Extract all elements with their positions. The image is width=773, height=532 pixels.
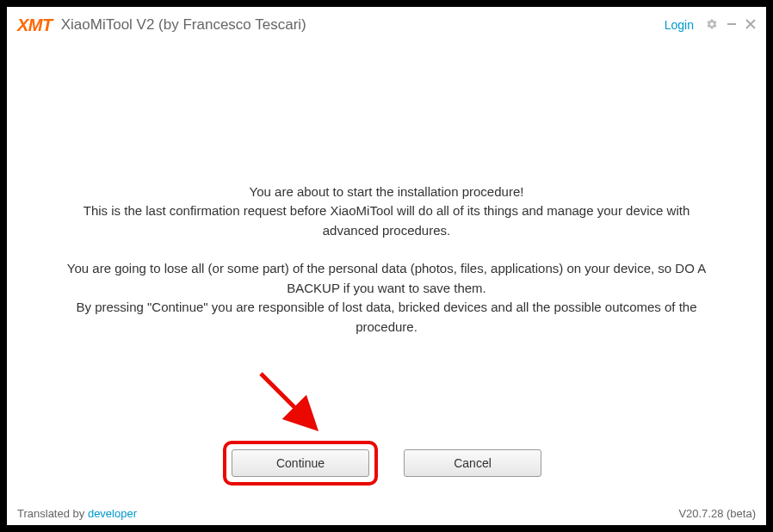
message-line-4: By pressing "Continue" you are responsib… — [59, 298, 714, 337]
message-line-1: You are about to start the installation … — [59, 182, 714, 202]
message-line-2: This is the last confirmation request be… — [59, 201, 714, 240]
version-label: V20.7.28 (beta) — [678, 507, 756, 520]
continue-button[interactable]: Continue — [232, 449, 369, 477]
footer-bar: Translated by developer V20.7.28 (beta) — [7, 502, 766, 525]
translated-by: Translated by developer — [17, 507, 137, 520]
cancel-button[interactable]: Cancel — [404, 449, 541, 477]
confirmation-message: You are about to start the installation … — [59, 182, 714, 337]
message-line-3: You are going to lose all (or some part)… — [59, 259, 714, 298]
developer-link[interactable]: developer — [88, 507, 137, 520]
translated-label: Translated by — [17, 507, 88, 520]
button-row: Continue Cancel — [7, 444, 766, 482]
main-content: You are about to start the installation … — [7, 17, 766, 502]
continue-highlight: Continue — [226, 444, 374, 482]
app-window: XMT XiaoMiTool V2 (by Francesco Tescari)… — [7, 7, 766, 525]
